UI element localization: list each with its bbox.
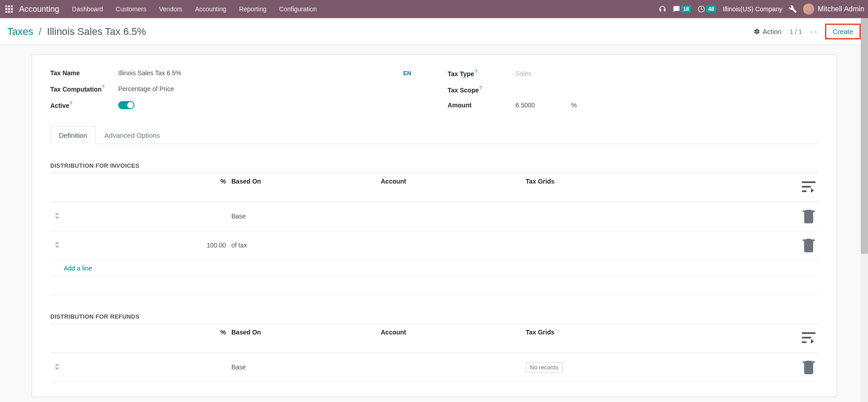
invoices-table: % Based On Account Tax Grids Base: [50, 173, 818, 295]
breadcrumb-current: Illinois Sales Tax 6.5%: [47, 26, 146, 37]
nav-reporting[interactable]: Reporting: [239, 5, 267, 13]
active-toggle[interactable]: [118, 101, 134, 109]
svg-rect-5: [11, 8, 13, 10]
nav-dashboard[interactable]: Dashboard: [72, 5, 103, 13]
nav-vendors[interactable]: Vendors: [159, 5, 182, 13]
support-icon[interactable]: [658, 5, 667, 13]
nav-accounting[interactable]: Accounting: [195, 5, 226, 13]
form-sheet: Tax Name Illinois Sales Tax 6.5% EN Tax …: [32, 54, 836, 397]
invoices-section-title: DISTRIBUTION FOR INVOICES: [50, 162, 818, 169]
amount-label: Amount: [448, 102, 516, 109]
breadcrumb-parent[interactable]: Taxes: [7, 26, 33, 37]
help-icon[interactable]: ?: [70, 101, 72, 106]
table-row[interactable]: Base No records: [50, 353, 818, 382]
tax-scope-label: Tax Scope?: [448, 86, 516, 94]
svg-rect-6: [5, 11, 7, 13]
action-label: Action: [762, 28, 782, 35]
grids-cell[interactable]: No records: [526, 362, 800, 373]
svg-rect-2: [11, 5, 13, 7]
delete-icon[interactable]: [800, 207, 818, 226]
breadcrumb-sep: /: [39, 26, 42, 37]
tabs: Definition Advanced Options: [50, 126, 818, 144]
tax-computation-label: Tax Computation?: [50, 85, 118, 93]
top-nav: Accounting Dashboard Customers Vendors A…: [0, 0, 868, 18]
no-records-badge: No records: [526, 362, 563, 373]
control-bar: Taxes / Illinois Sales Tax 6.5% Action 1…: [0, 18, 868, 45]
help-icon[interactable]: ?: [102, 85, 105, 90]
based-cell[interactable]: Base: [231, 363, 381, 371]
lang-button[interactable]: EN: [403, 70, 420, 77]
user-name: Mitchell Admin: [818, 5, 864, 13]
tab-definition[interactable]: Definition: [50, 126, 96, 144]
tax-type-label: Tax Type?: [448, 69, 516, 77]
col-grids-header: Tax Grids: [526, 178, 800, 197]
activities-icon[interactable]: 48: [698, 5, 716, 13]
add-line-button[interactable]: Add a line: [50, 260, 818, 277]
user-menu[interactable]: Mitchell Admin: [803, 4, 864, 15]
svg-rect-7: [8, 11, 10, 13]
breadcrumb: Taxes / Illinois Sales Tax 6.5%: [7, 26, 146, 38]
company-selector[interactable]: Illinois(US) Company: [723, 5, 782, 13]
col-based-header: Based On: [231, 178, 381, 197]
debug-icon[interactable]: [789, 5, 797, 13]
based-cell[interactable]: of tax: [231, 242, 381, 249]
drag-handle-icon[interactable]: [50, 363, 64, 371]
avatar: [803, 4, 814, 15]
svg-rect-8: [11, 11, 13, 13]
tax-type-value[interactable]: Sales: [516, 70, 818, 77]
col-percent-header: %: [64, 178, 231, 197]
col-grids-header: Tax Grids: [526, 329, 800, 348]
svg-rect-3: [5, 8, 7, 10]
app-name[interactable]: Accounting: [19, 5, 59, 14]
tax-name-value[interactable]: Illinois Sales Tax 6.5%: [118, 69, 403, 77]
activities-badge: 48: [706, 5, 716, 13]
content-area: Tax Name Illinois Sales Tax 6.5% EN Tax …: [0, 45, 868, 402]
tax-computation-value[interactable]: Percentage of Price: [118, 85, 421, 92]
svg-rect-1: [8, 5, 10, 7]
col-based-header: Based On: [231, 329, 381, 348]
nav-customers[interactable]: Customers: [116, 5, 147, 13]
delete-icon[interactable]: [800, 358, 818, 377]
refunds-table: % Based On Account Tax Grids Base No rec…: [50, 324, 818, 382]
percent-cell[interactable]: 100.00: [64, 242, 231, 249]
table-row[interactable]: Base: [50, 202, 818, 231]
amount-unit: %: [571, 102, 576, 109]
amount-value[interactable]: 6.5000: [516, 102, 535, 109]
nav-menu: Dashboard Customers Vendors Accounting R…: [72, 5, 317, 13]
pager-prev-icon[interactable]: ‹: [810, 28, 812, 36]
nav-right: 18 48 Illinois(US) Company Mitchell Admi…: [658, 4, 864, 15]
messages-icon[interactable]: 18: [673, 5, 691, 13]
refunds-section-title: DISTRIBUTION FOR REFUNDS: [50, 313, 818, 320]
col-percent-header: %: [64, 329, 231, 348]
tax-name-label: Tax Name: [50, 69, 118, 77]
messages-badge: 18: [681, 5, 691, 13]
drag-handle-icon[interactable]: [50, 213, 64, 220]
help-icon[interactable]: ?: [475, 69, 477, 74]
tab-advanced[interactable]: Advanced Options: [96, 126, 169, 144]
delete-icon[interactable]: [800, 236, 818, 255]
scrollbar-thumb[interactable]: [861, 18, 868, 254]
based-cell[interactable]: Base: [231, 213, 381, 220]
svg-rect-0: [5, 5, 7, 7]
pager-next-icon[interactable]: ›: [815, 28, 817, 36]
create-button[interactable]: Create: [825, 24, 861, 39]
col-account-header: Account: [381, 178, 526, 197]
col-account-header: Account: [381, 329, 526, 348]
nav-configuration[interactable]: Configuration: [279, 5, 317, 13]
drag-handle-icon[interactable]: [50, 242, 64, 249]
settings-icon[interactable]: [800, 329, 818, 348]
apps-icon[interactable]: [4, 4, 14, 15]
settings-icon[interactable]: [800, 178, 818, 197]
help-icon[interactable]: ?: [480, 86, 482, 91]
control-right: Action 1 / 1 ‹ › Create: [753, 24, 861, 39]
create-label: Create: [833, 28, 853, 35]
svg-rect-4: [8, 8, 10, 10]
active-label: Active?: [50, 101, 118, 109]
pager[interactable]: 1 / 1: [790, 28, 802, 35]
table-row[interactable]: 100.00 of tax: [50, 231, 818, 260]
action-button[interactable]: Action: [753, 28, 782, 35]
scrollbar[interactable]: [861, 18, 868, 402]
pager-arrows: ‹ ›: [810, 28, 817, 36]
